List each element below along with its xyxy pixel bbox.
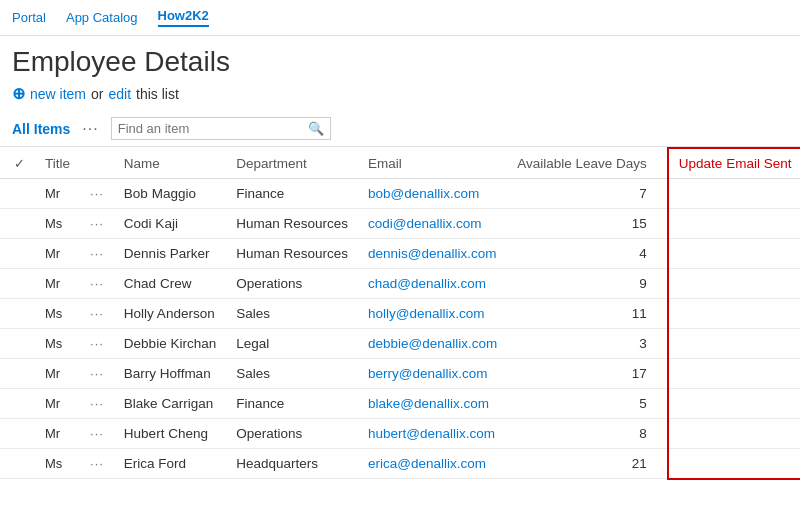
- row-update-email: [668, 389, 800, 419]
- row-leave-days: 9: [507, 269, 668, 299]
- row-email[interactable]: bob@denallix.com: [358, 179, 507, 209]
- table-row: Mr ··· Chad Crew Operations chad@denalli…: [0, 269, 800, 299]
- row-update-email: [668, 449, 800, 479]
- row-email[interactable]: blake@denallix.com: [358, 389, 507, 419]
- table-row: Mr ··· Bob Maggio Finance bob@denallix.c…: [0, 179, 800, 209]
- row-more-button[interactable]: ···: [80, 359, 114, 389]
- header-dots: [80, 148, 114, 179]
- row-leave-days: 8: [507, 419, 668, 449]
- nav-how2k2[interactable]: How2K2: [158, 8, 209, 27]
- more-options-button[interactable]: ···: [82, 120, 98, 138]
- table-row: Mr ··· Hubert Cheng Operations hubert@de…: [0, 419, 800, 449]
- header-department: Department: [226, 148, 358, 179]
- row-more-button[interactable]: ···: [80, 299, 114, 329]
- row-update-email: [668, 209, 800, 239]
- row-update-email: [668, 269, 800, 299]
- row-name: Bob Maggio: [114, 179, 226, 209]
- row-more-button[interactable]: ···: [80, 329, 114, 359]
- row-department: Sales: [226, 299, 358, 329]
- row-check: [0, 329, 35, 359]
- row-title: Mr: [35, 179, 80, 209]
- row-title: Mr: [35, 269, 80, 299]
- table-row: Mr ··· Dennis Parker Human Resources den…: [0, 239, 800, 269]
- header-name: Name: [114, 148, 226, 179]
- row-email[interactable]: debbie@denallix.com: [358, 329, 507, 359]
- row-name: Debbie Kirchan: [114, 329, 226, 359]
- row-update-email: [668, 179, 800, 209]
- row-title: Mr: [35, 419, 80, 449]
- header-check: ✓: [0, 148, 35, 179]
- row-department: Legal: [226, 329, 358, 359]
- row-more-button[interactable]: ···: [80, 239, 114, 269]
- nav-portal[interactable]: Portal: [12, 10, 46, 25]
- row-email[interactable]: berry@denallix.com: [358, 359, 507, 389]
- row-more-button[interactable]: ···: [80, 449, 114, 479]
- row-check: [0, 359, 35, 389]
- header-update-email: Update Email Sent: [668, 148, 800, 179]
- this-list-text: this list: [136, 86, 179, 102]
- row-name: Erica Ford: [114, 449, 226, 479]
- row-more-button[interactable]: ···: [80, 389, 114, 419]
- row-department: Finance: [226, 389, 358, 419]
- row-more-button[interactable]: ···: [80, 209, 114, 239]
- table-row: Mr ··· Barry Hoffman Sales berry@denalli…: [0, 359, 800, 389]
- row-more-button[interactable]: ···: [80, 419, 114, 449]
- row-name: Holly Anderson: [114, 299, 226, 329]
- row-department: Operations: [226, 419, 358, 449]
- row-title: Ms: [35, 329, 80, 359]
- row-leave-days: 15: [507, 209, 668, 239]
- employee-table: ✓ Title Name Department Email Available …: [0, 147, 800, 480]
- row-leave-days: 5: [507, 389, 668, 419]
- row-department: Human Resources: [226, 209, 358, 239]
- row-email[interactable]: hubert@denallix.com: [358, 419, 507, 449]
- new-item-link[interactable]: new item: [30, 86, 86, 102]
- row-check: [0, 449, 35, 479]
- row-check: [0, 299, 35, 329]
- row-title: Ms: [35, 449, 80, 479]
- row-name: Dennis Parker: [114, 239, 226, 269]
- plus-icon: ⊕: [12, 84, 25, 103]
- row-title: Ms: [35, 299, 80, 329]
- row-department: Operations: [226, 269, 358, 299]
- table-row: Ms ··· Holly Anderson Sales holly@denall…: [0, 299, 800, 329]
- table-row: Ms ··· Codi Kaji Human Resources codi@de…: [0, 209, 800, 239]
- row-update-email: [668, 239, 800, 269]
- row-update-email: [668, 329, 800, 359]
- row-department: Human Resources: [226, 239, 358, 269]
- row-email[interactable]: dennis@denallix.com: [358, 239, 507, 269]
- row-leave-days: 3: [507, 329, 668, 359]
- row-email[interactable]: holly@denallix.com: [358, 299, 507, 329]
- row-title: Mr: [35, 359, 80, 389]
- page-title: Employee Details: [0, 36, 800, 82]
- check-icon: ✓: [14, 156, 25, 171]
- row-more-button[interactable]: ···: [80, 269, 114, 299]
- edit-list-link[interactable]: edit: [108, 86, 131, 102]
- toolbar: All Items ··· 🔍: [0, 111, 800, 147]
- search-input[interactable]: [118, 121, 303, 136]
- table-row: Mr ··· Blake Carrigan Finance blake@dena…: [0, 389, 800, 419]
- row-department: Finance: [226, 179, 358, 209]
- header-leave-days: Available Leave Days: [507, 148, 668, 179]
- row-name: Hubert Cheng: [114, 419, 226, 449]
- row-title: Mr: [35, 239, 80, 269]
- row-check: [0, 239, 35, 269]
- row-update-email: [668, 359, 800, 389]
- row-name: Barry Hoffman: [114, 359, 226, 389]
- row-leave-days: 17: [507, 359, 668, 389]
- table-container: ✓ Title Name Department Email Available …: [0, 147, 800, 480]
- row-title: Ms: [35, 209, 80, 239]
- row-title: Mr: [35, 389, 80, 419]
- row-more-button[interactable]: ···: [80, 179, 114, 209]
- nav-app-catalog[interactable]: App Catalog: [66, 10, 138, 25]
- or-text: or: [91, 86, 103, 102]
- row-name: Codi Kaji: [114, 209, 226, 239]
- all-items-button[interactable]: All Items: [12, 121, 70, 137]
- header-email: Email: [358, 148, 507, 179]
- row-check: [0, 179, 35, 209]
- search-box: 🔍: [111, 117, 331, 140]
- row-email[interactable]: erica@denallix.com: [358, 449, 507, 479]
- row-leave-days: 11: [507, 299, 668, 329]
- row-email[interactable]: chad@denallix.com: [358, 269, 507, 299]
- row-name: Chad Crew: [114, 269, 226, 299]
- row-email[interactable]: codi@denallix.com: [358, 209, 507, 239]
